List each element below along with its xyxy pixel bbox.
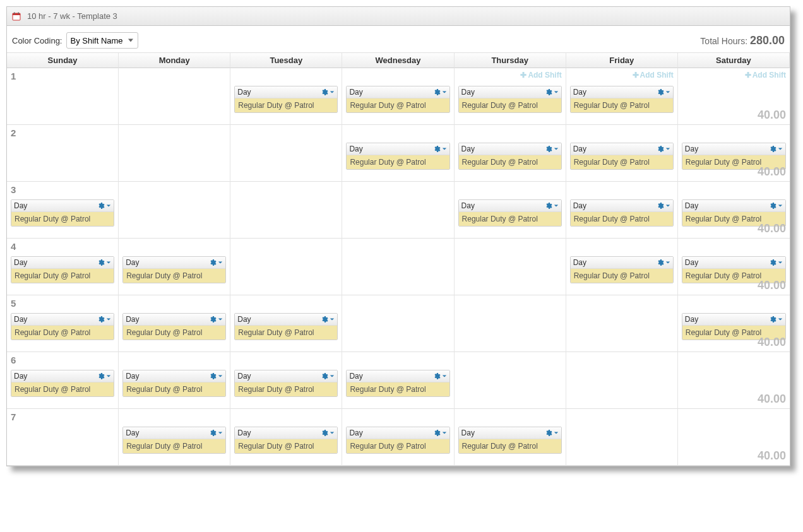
shift-gear-menu[interactable] [209,259,223,266]
shift-card[interactable]: DayRegular Duty @ Patrol [122,256,226,283]
schedule-cell[interactable] [455,239,566,295]
shift-gear-menu[interactable] [433,145,447,153]
shift-card[interactable]: DayRegular Duty @ Patrol [570,199,674,227]
shift-card[interactable]: DayRegular Duty @ Patrol [11,199,114,227]
shift-card[interactable]: DayRegular Duty @ Patrol [346,86,449,113]
schedule-cell[interactable]: ✚ Add ShiftDayRegular Duty @ Patrol [455,68,566,125]
shift-gear-menu[interactable] [321,316,335,323]
schedule-cell[interactable]: 3DayRegular Duty @ Patrol [7,182,119,239]
schedule-cell[interactable]: DayRegular Duty @ Patrol [455,182,566,239]
schedule-cell[interactable] [230,239,342,295]
schedule-cell[interactable]: DayRegular Duty @ Patrol [342,125,454,182]
schedule-cell[interactable]: DayRegular Duty @ Patrol [566,239,678,295]
shift-gear-menu[interactable] [97,259,111,266]
schedule-cell[interactable] [119,182,230,239]
schedule-cell[interactable] [230,182,342,239]
add-shift-button[interactable]: ✚ Add Shift [520,71,561,80]
shift-card[interactable]: DayRegular Duty @ Patrol [346,143,449,170]
shift-card[interactable]: DayRegular Duty @ Patrol [458,199,562,227]
shift-gear-menu[interactable] [433,429,447,437]
shift-card[interactable]: DayRegular Duty @ Patrol [122,427,226,454]
schedule-cell[interactable]: DayRegular Duty @ Patrol [455,125,566,182]
schedule-cell[interactable]: DayRegular Duty @ Patrol [119,352,230,409]
schedule-cell[interactable]: DayRegular Duty @ Patrol [230,295,342,352]
schedule-cell[interactable] [455,295,566,352]
shift-gear-menu[interactable] [545,145,559,153]
schedule-cell[interactable]: DayRegular Duty @ Patrol [119,409,230,466]
color-coding-select[interactable]: By Shift Name [66,32,138,49]
schedule-cell[interactable]: DayRegular Duty @ Patrol40.00 [678,239,790,295]
shift-card[interactable]: DayRegular Duty @ Patrol [11,313,114,340]
shift-gear-menu[interactable] [657,88,670,96]
shift-card[interactable]: DayRegular Duty @ Patrol [234,86,338,113]
shift-card[interactable]: DayRegular Duty @ Patrol [458,86,562,113]
shift-gear-menu[interactable] [97,202,111,210]
shift-card[interactable]: DayRegular Duty @ Patrol [346,427,449,454]
shift-card[interactable]: DayRegular Duty @ Patrol [458,143,562,170]
schedule-cell[interactable] [119,125,230,182]
schedule-cell[interactable]: 40.00 [678,352,790,409]
shift-card[interactable]: DayRegular Duty @ Patrol [122,313,226,340]
schedule-cell[interactable]: DayRegular Duty @ Patrol40.00 [678,295,790,352]
schedule-cell[interactable]: 2 [7,125,119,182]
shift-card[interactable]: DayRegular Duty @ Patrol [234,313,338,340]
schedule-cell[interactable]: 7 [7,409,119,466]
shift-card[interactable]: DayRegular Duty @ Patrol [11,256,114,283]
shift-gear-menu[interactable] [657,145,670,153]
shift-card[interactable]: DayRegular Duty @ Patrol [122,370,226,397]
schedule-cell[interactable] [566,352,678,409]
schedule-cell[interactable] [566,409,678,466]
shift-card[interactable]: DayRegular Duty @ Patrol [570,86,674,113]
schedule-cell[interactable]: ✚ Add Shift40.00 [678,68,790,125]
shift-gear-menu[interactable] [433,88,447,96]
schedule-cell[interactable] [566,295,678,352]
schedule-cell[interactable]: DayRegular Duty @ Patrol [230,352,342,409]
shift-gear-menu[interactable] [321,429,335,437]
shift-card[interactable]: DayRegular Duty @ Patrol [570,256,674,283]
schedule-cell[interactable]: DayRegular Duty @ Patrol [455,409,566,466]
shift-gear-menu[interactable] [209,316,223,323]
shift-gear-menu[interactable] [657,259,670,266]
shift-card[interactable]: DayRegular Duty @ Patrol [346,370,449,397]
schedule-cell[interactable]: DayRegular Duty @ Patrol [119,295,230,352]
schedule-cell[interactable] [342,182,454,239]
schedule-cell[interactable]: DayRegular Duty @ Patrol40.00 [678,125,790,182]
schedule-cell[interactable]: DayRegular Duty @ Patrol [230,409,342,466]
schedule-cell[interactable]: 40.00 [678,409,790,466]
shift-card[interactable]: DayRegular Duty @ Patrol [570,143,674,170]
shift-gear-menu[interactable] [209,429,223,437]
shift-gear-menu[interactable] [657,202,670,210]
shift-gear-menu[interactable] [769,202,783,210]
shift-gear-menu[interactable] [433,372,447,380]
shift-gear-menu[interactable] [321,88,335,96]
schedule-cell[interactable] [230,125,342,182]
schedule-cell[interactable] [119,68,230,125]
shift-card[interactable]: DayRegular Duty @ Patrol [234,427,338,454]
schedule-cell[interactable]: DayRegular Duty @ Patrol [342,352,454,409]
shift-card[interactable]: DayRegular Duty @ Patrol [11,370,114,397]
schedule-cell[interactable]: DayRegular Duty @ Patrol40.00 [678,182,790,239]
schedule-cell[interactable]: 5DayRegular Duty @ Patrol [7,295,119,352]
shift-gear-menu[interactable] [545,429,559,437]
shift-card[interactable]: DayRegular Duty @ Patrol [234,370,338,397]
schedule-cell[interactable]: 1 [7,68,119,125]
shift-gear-menu[interactable] [769,145,783,153]
schedule-cell[interactable] [342,295,454,352]
shift-gear-menu[interactable] [545,202,559,210]
schedule-cell[interactable]: ✚ Add ShiftDayRegular Duty @ Patrol [566,68,678,125]
schedule-cell[interactable]: DayRegular Duty @ Patrol [230,68,342,125]
shift-gear-menu[interactable] [769,316,783,323]
schedule-cell[interactable]: DayRegular Duty @ Patrol [342,409,454,466]
schedule-cell[interactable] [455,352,566,409]
shift-gear-menu[interactable] [545,88,559,96]
shift-gear-menu[interactable] [209,372,223,380]
schedule-cell[interactable]: 6DayRegular Duty @ Patrol [7,352,119,409]
shift-gear-menu[interactable] [97,316,111,323]
schedule-cell[interactable]: DayRegular Duty @ Patrol [566,125,678,182]
shift-gear-menu[interactable] [769,259,783,266]
shift-gear-menu[interactable] [321,372,335,380]
add-shift-button[interactable]: ✚ Add Shift [633,71,674,80]
schedule-cell[interactable]: DayRegular Duty @ Patrol [119,239,230,295]
shift-card[interactable]: DayRegular Duty @ Patrol [458,427,562,454]
schedule-cell[interactable]: 4DayRegular Duty @ Patrol [7,239,119,295]
